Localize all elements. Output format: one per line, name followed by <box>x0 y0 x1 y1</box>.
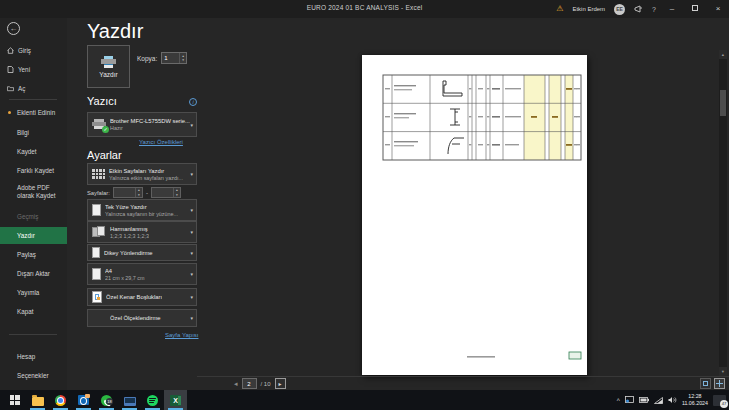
show-margins-button[interactable] <box>700 378 711 389</box>
copies-stepper[interactable]: ▴▾ <box>161 52 187 64</box>
single-page-icon <box>92 204 101 216</box>
sidebar-item-label: Yeni <box>18 66 30 73</box>
sidebar-item-publish[interactable]: Yayımla <box>0 284 67 301</box>
taskbar-excel[interactable]: X <box>164 390 187 410</box>
taskbar-outlook[interactable] <box>72 390 95 410</box>
excel-icon: X <box>170 395 181 406</box>
current-page-input[interactable] <box>242 378 257 389</box>
info-icon[interactable]: i <box>189 98 197 106</box>
setting-scaling[interactable]: Özel Ölçeklendirme ▾ <box>87 309 197 327</box>
print-button[interactable]: Yazdır <box>87 45 130 88</box>
sidebar-item-get-addins[interactable]: Eklenti Edinin <box>0 104 67 121</box>
margins-icon <box>92 291 102 303</box>
sidebar-item-info[interactable]: Bilgi <box>0 124 67 141</box>
sidebar-item-save[interactable]: Kaydet <box>0 143 67 160</box>
taskbar-spotify[interactable] <box>141 390 164 410</box>
setting-paper-size[interactable]: A4 21 cm x 29,7 cm ▾ <box>87 263 197 285</box>
sidebar-item-share[interactable]: Paylaş <box>0 246 67 263</box>
printer-name: Brother MFC-L5755DW serie... <box>110 118 190 124</box>
copies-input[interactable] <box>164 53 180 63</box>
pages-separator: - <box>146 190 148 196</box>
scrollbar-thumb[interactable] <box>720 90 726 116</box>
sidebar-item-save-as[interactable]: Farklı Kaydet <box>0 162 67 179</box>
sidebar-item-open[interactable]: Aç <box>0 80 67 97</box>
chevron-down-icon: ▾ <box>190 315 193 321</box>
page-setup-link[interactable]: Sayfa Yapısı <box>165 332 198 338</box>
sidebar-item-options[interactable]: Seçenekler <box>0 367 67 384</box>
preview-scrollbar[interactable]: ▴ ▾ <box>719 50 727 376</box>
sidebar-item-print[interactable]: Yazdır <box>0 227 67 244</box>
spinner-arrows-icon[interactable]: ▴▾ <box>173 188 180 197</box>
pages-from-stepper[interactable]: ▴▾ <box>113 187 143 198</box>
close-button[interactable]: × <box>711 5 725 13</box>
print-button-label: Yazdır <box>99 71 117 78</box>
tray-time: 12:28 <box>682 393 708 400</box>
title-bar: EURO 2024 01 BC ANALYSIS - Excel ⚠ Etkin… <box>0 0 729 18</box>
notification-center-icon[interactable]: 47 <box>713 395 726 406</box>
minimize-button[interactable]: – <box>665 5 679 13</box>
pages-range-row: Sayfalar: ▴▾ - ▴▾ <box>87 186 197 199</box>
taskbar-file-explorer[interactable] <box>26 390 49 410</box>
setting-collated[interactable]: Harmanlanmış 1;2;3 1;2;3 1;2;3 ▾ <box>87 221 197 243</box>
addin-dot-icon <box>8 111 11 114</box>
system-tray: ^ 12:28 11.06.2024 47 <box>617 390 729 410</box>
sidebar-divider <box>9 99 57 100</box>
sheets-grid-icon <box>92 169 105 179</box>
battery-icon[interactable] <box>639 397 649 403</box>
avatar[interactable]: EE <box>614 4 625 15</box>
previous-page-icon[interactable]: ◂ <box>234 380 238 387</box>
start-button[interactable] <box>3 390 26 410</box>
print-preview-page <box>362 55 587 375</box>
account-user-name[interactable]: Etkin Erdem <box>572 6 605 12</box>
setting-orientation[interactable]: Dikey Yönlendirme ▾ <box>87 244 197 261</box>
spinner-arrows-icon[interactable]: ▴▾ <box>179 53 186 63</box>
setting-print-active-sheets[interactable]: Etkin Sayfaları Yazdır Yalnızca etkin sa… <box>87 163 197 185</box>
sidebar-item-close[interactable]: Kapat <box>0 303 67 320</box>
warning-icon[interactable]: ⚠ <box>556 5 563 13</box>
taskbar-whatsapp[interactable]: 18 <box>95 390 118 410</box>
chevron-down-icon: ▾ <box>190 271 193 277</box>
chevron-down-icon: ▾ <box>190 171 193 177</box>
sidebar-item-account[interactable]: Hesap <box>0 348 67 365</box>
printer-dropdown[interactable]: ✓ Brother MFC-L5755DW serie... Hazır ▾ <box>87 112 197 137</box>
outlook-icon <box>78 395 89 405</box>
page-footer <box>467 352 581 359</box>
spinner-arrows-icon[interactable]: ▴▾ <box>135 188 142 197</box>
setting-print-one-sided[interactable]: Tek Yüze Yazdır Yalnızca sayfanın bir yü… <box>87 199 197 221</box>
sidebar-item-save-as-adobe-pdf[interactable]: Adobe PDF olarak Kaydet <box>0 181 67 203</box>
portrait-orientation-icon <box>92 247 100 258</box>
taskbar-device-app[interactable] <box>118 390 141 410</box>
tray-clock[interactable]: 12:28 11.06.2024 <box>682 393 708 407</box>
sidebar-item-home[interactable]: Giriş <box>0 42 67 59</box>
preview-zoom-controls <box>700 378 725 389</box>
restore-icon <box>692 5 698 11</box>
network-icon[interactable] <box>654 397 663 404</box>
scroll-up-icon[interactable]: ▴ <box>719 50 727 59</box>
sidebar-item-label: Giriş <box>18 47 31 54</box>
taskbar-chrome[interactable] <box>49 390 72 410</box>
megaphone-icon[interactable] <box>634 5 643 14</box>
next-page-button[interactable]: ▸ <box>275 378 286 389</box>
restore-button[interactable] <box>688 5 702 13</box>
company-logo <box>569 352 581 359</box>
chevron-down-icon: ▾ <box>190 229 193 235</box>
show-margins-icon <box>703 381 708 386</box>
backstage-sidebar: ← Giriş Yeni Aç Eklenti Edinin Bilgi Kay… <box>0 18 67 390</box>
collate-pages-icon <box>92 226 106 238</box>
pages-to-stepper[interactable]: ▴▾ <box>151 187 181 198</box>
sidebar-item-new[interactable]: Yeni <box>0 61 67 78</box>
screen-share-icon[interactable] <box>625 396 634 404</box>
speaker-icon[interactable] <box>668 396 677 404</box>
sidebar-item-export[interactable]: Dışarı Aktar <box>0 265 67 282</box>
chevron-down-icon: ▾ <box>190 207 193 213</box>
printer-icon <box>101 56 116 68</box>
printer-properties-link[interactable]: Yazıcı Özellikleri <box>139 139 183 145</box>
zoom-to-page-button[interactable] <box>714 378 725 389</box>
scroll-down-icon[interactable]: ▾ <box>719 367 727 376</box>
excel-backstage-window: EURO 2024 01 BC ANALYSIS - Excel ⚠ Etkin… <box>0 0 729 410</box>
help-icon[interactable]: ? <box>652 6 656 13</box>
tray-expand-icon[interactable]: ^ <box>617 397 620 404</box>
windows-logo-icon <box>10 395 20 405</box>
setting-margins[interactable]: Özel Kenar Boşlukları ▾ <box>87 288 197 306</box>
back-button[interactable]: ← <box>7 22 20 35</box>
